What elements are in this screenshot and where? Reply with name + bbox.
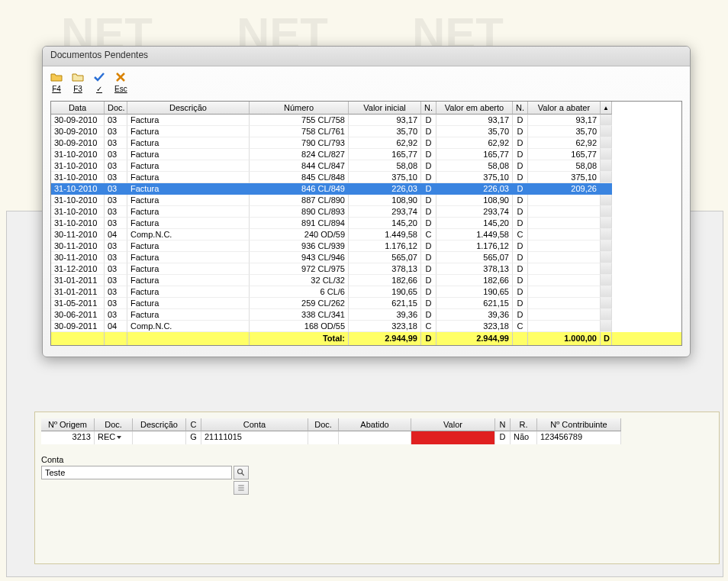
close-icon: [114, 71, 127, 83]
check-icon: [93, 71, 105, 83]
cell-doc2[interactable]: [308, 431, 339, 444]
table-row[interactable]: 31-01-201103Factura32 CL/32182,66D182,66…: [51, 275, 681, 286]
totals-n3: D: [601, 332, 612, 345]
table-row[interactable]: 30-11-201003Factura936 CL/9391.176,12D1.…: [51, 240, 681, 252]
table-row[interactable]: 31-10-201003Factura890 CL/893293,74D293,…: [51, 206, 681, 218]
list-button[interactable]: [234, 481, 249, 495]
grid-totals-row: Total: 2.944,99 D 2.944,99 1.000,00 D: [51, 332, 681, 345]
hdr-valor-a-abater[interactable]: Valor a abater: [528, 102, 601, 115]
toolbar-f3-button[interactable]: F3: [72, 71, 84, 93]
toolbar-f3-label: F3: [73, 85, 82, 93]
bottom-grid-row[interactable]: 3213 REC G 21111015 D Não 123456789: [41, 431, 713, 444]
cell-n-origem[interactable]: 3213: [41, 431, 95, 444]
grid-body[interactable]: 30-09-201003Factura755 CL/75893,17D93,17…: [51, 115, 681, 332]
magnifier-icon: [237, 468, 246, 477]
col-conta[interactable]: Conta: [201, 418, 308, 431]
toolbar-ok-button[interactable]: ✓: [93, 71, 105, 93]
col-c[interactable]: C: [186, 418, 201, 431]
hdr-data[interactable]: Data: [51, 102, 105, 115]
cell-c[interactable]: G: [186, 431, 201, 444]
toolbar-f4-label: F4: [52, 85, 61, 93]
table-row[interactable]: 30-09-201003Factura790 CL/79362,92D62,92…: [51, 137, 681, 149]
grid-header: Data Doc. Descrição Número Valor inicial…: [51, 102, 681, 115]
cell-abatido[interactable]: [339, 431, 411, 444]
table-row[interactable]: 31-10-201003Factura846 CL/849226,03D226,…: [51, 183, 681, 195]
documents-grid: Data Doc. Descrição Número Valor inicial…: [50, 101, 682, 346]
bottom-grid-header: Nº Origem Doc. Descrição C Conta Doc. Ab…: [41, 418, 713, 431]
toolbar-esc-label: Esc: [114, 85, 127, 93]
totals-n1: D: [421, 332, 436, 345]
table-row[interactable]: 31-10-201003Factura845 CL/848375,10D375,…: [51, 172, 681, 183]
table-row[interactable]: 31-01-201103Factura6 CL/6190,65D190,65D: [51, 286, 681, 298]
cell-conta[interactable]: 21111015: [201, 431, 308, 444]
table-row[interactable]: 30-09-201003Factura755 CL/75893,17D93,17…: [51, 115, 681, 126]
table-row[interactable]: 31-12-201003Factura972 CL/975378,13D378,…: [51, 263, 681, 275]
col-valor[interactable]: Valor: [411, 418, 495, 431]
conta-group: Conta: [41, 455, 713, 495]
cell-n[interactable]: D: [495, 431, 511, 444]
table-row[interactable]: 31-10-201003Factura824 CL/827165,77D165,…: [51, 149, 681, 160]
table-row[interactable]: 31-10-201003Factura844 CL/84758,08D58,08…: [51, 160, 681, 172]
totals-va: 2.944,99: [436, 332, 513, 345]
scroll-up-icon[interactable]: ▲: [601, 102, 612, 115]
table-row[interactable]: 31-05-201103Factura259 CL/262621,15D621,…: [51, 298, 681, 309]
hdr-n1[interactable]: N.: [421, 102, 436, 115]
toolbar-f4-button[interactable]: F4: [50, 71, 63, 93]
conta-input[interactable]: [41, 466, 232, 479]
hdr-doc[interactable]: Doc.: [105, 102, 127, 115]
dropdown-icon[interactable]: [117, 436, 121, 439]
hdr-descricao[interactable]: Descrição: [127, 102, 250, 115]
folder-icon: [72, 71, 84, 83]
table-row[interactable]: 30-09-201104Comp.N.C.168 OD/55323,18C323…: [51, 321, 681, 332]
col-r[interactable]: R.: [511, 418, 537, 431]
dialog-title[interactable]: Documentos Pendentes: [43, 47, 690, 66]
hdr-valor-inicial[interactable]: Valor inicial: [349, 102, 421, 115]
hdr-n2[interactable]: N.: [513, 102, 528, 115]
list-icon: [237, 483, 246, 492]
cell-r[interactable]: Não: [511, 431, 537, 444]
conta-label: Conta: [41, 455, 713, 464]
col-descricao[interactable]: Descrição: [133, 418, 186, 431]
hdr-numero[interactable]: Número: [250, 102, 349, 115]
totals-vi: 2.944,99: [349, 332, 421, 345]
col-doc[interactable]: Doc.: [95, 418, 133, 431]
totals-label: Total:: [250, 332, 349, 345]
cell-doc[interactable]: REC: [95, 431, 133, 444]
svg-point-0: [238, 470, 243, 474]
table-row[interactable]: 31-10-201003Factura891 CL/894145,20D145,…: [51, 218, 681, 229]
svg-line-1: [242, 473, 244, 476]
bottom-section: Nº Origem Doc. Descrição C Conta Doc. Ab…: [34, 412, 720, 564]
folder-open-icon: [50, 71, 63, 83]
cell-valor[interactable]: [411, 431, 495, 444]
hdr-valor-em-aberto[interactable]: Valor em aberto: [436, 102, 513, 115]
col-n-origem[interactable]: Nº Origem: [41, 418, 95, 431]
table-row[interactable]: 30-11-201003Factura943 CL/946565,07D565,…: [51, 252, 681, 263]
col-abatido[interactable]: Abatido: [339, 418, 411, 431]
toolbar-esc-button[interactable]: Esc: [114, 71, 127, 93]
cell-contrib[interactable]: 123456789: [537, 431, 621, 444]
cell-descricao[interactable]: [133, 431, 186, 444]
dialog-toolbar: F4 F3 ✓ Esc: [43, 66, 690, 95]
documentos-pendentes-dialog: Documentos Pendentes F4 F3 ✓ Esc Data Do…: [42, 46, 691, 357]
col-doc2[interactable]: Doc.: [308, 418, 339, 431]
table-row[interactable]: 31-10-201003Factura887 CL/890108,90D108,…: [51, 195, 681, 206]
table-row[interactable]: 30-11-201004Comp.N.C.240 OD/591.449,58C1…: [51, 229, 681, 240]
table-row[interactable]: 30-06-201103Factura338 CL/34139,36D39,36…: [51, 309, 681, 321]
toolbar-ok-label: ✓: [96, 85, 102, 93]
col-n[interactable]: N: [495, 418, 511, 431]
lookup-button[interactable]: [234, 466, 249, 479]
totals-vb: 1.000,00: [528, 332, 601, 345]
table-row[interactable]: 30-09-201003Factura758 CL/76135,70D35,70…: [51, 126, 681, 137]
col-contrib[interactable]: Nº Contribuinte: [537, 418, 621, 431]
